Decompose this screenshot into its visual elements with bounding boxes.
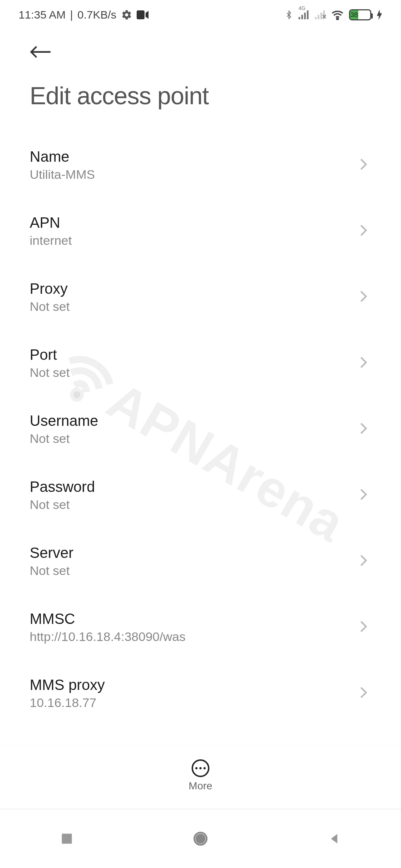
- nav-recent-button[interactable]: [30, 824, 104, 854]
- navigation-bar: [0, 809, 401, 868]
- row-value: Not set: [30, 563, 74, 578]
- row-title: Username: [30, 412, 98, 429]
- row-title: MMS proxy: [30, 677, 105, 693]
- row-title: APN: [30, 214, 72, 231]
- chevron-right-icon: [359, 620, 368, 634]
- more-label: More: [189, 780, 212, 792]
- triangle-left-icon: [328, 832, 340, 845]
- bottom-action-bar: More: [0, 746, 401, 805]
- row-title: Server: [30, 545, 74, 561]
- bluetooth-icon: [284, 9, 293, 21]
- battery-icon: 38: [349, 9, 371, 20]
- more-button[interactable]: [192, 759, 209, 777]
- chevron-right-icon: [359, 488, 368, 502]
- row-value: 10.16.18.77: [30, 696, 105, 710]
- svg-point-13: [196, 835, 205, 843]
- gear-icon: [121, 9, 132, 20]
- row-password[interactable]: Password Not set: [30, 462, 371, 528]
- svg-rect-1: [299, 17, 300, 19]
- svg-rect-11: [62, 834, 72, 844]
- status-speed: 0.7KB/s: [78, 9, 117, 21]
- svg-rect-4: [307, 10, 309, 19]
- svg-rect-0: [137, 10, 144, 19]
- row-title: MMSC: [30, 611, 186, 627]
- chevron-right-icon: [359, 422, 368, 436]
- svg-rect-2: [301, 15, 303, 19]
- row-mmsc[interactable]: MMSC http://10.16.18.4:38090/was: [30, 594, 371, 660]
- page-title: Edit access point: [30, 82, 379, 110]
- svg-rect-6: [318, 15, 320, 19]
- row-title: Name: [30, 148, 95, 165]
- chevron-right-icon: [359, 554, 368, 568]
- square-icon: [60, 832, 74, 845]
- nav-back-button[interactable]: [297, 824, 371, 854]
- row-title: Proxy: [30, 280, 70, 297]
- svg-rect-7: [320, 13, 322, 19]
- row-value: Not set: [30, 431, 98, 446]
- status-right: 4G 38: [284, 9, 382, 21]
- circle-icon: [192, 831, 209, 847]
- signal-none-icon: [315, 10, 326, 19]
- battery-percent: 38: [350, 10, 358, 19]
- status-time: 11:35 AM: [19, 9, 66, 21]
- row-value: http://10.16.18.4:38090/was: [30, 629, 186, 644]
- chevron-right-icon: [359, 158, 368, 172]
- arrow-left-icon: [30, 45, 52, 59]
- row-value: Not set: [30, 299, 70, 314]
- video-icon: [137, 10, 149, 19]
- chevron-right-icon: [359, 356, 368, 370]
- chevron-right-icon: [359, 290, 368, 304]
- row-apn[interactable]: APN internet: [30, 198, 371, 264]
- row-name[interactable]: Name Utilita-MMS: [30, 132, 371, 198]
- signal-4g-icon: 4G: [299, 10, 310, 19]
- status-separator: |: [70, 9, 73, 21]
- status-left: 11:35 AM | 0.7KB/s: [19, 9, 149, 21]
- row-value: Not set: [30, 365, 70, 380]
- row-server[interactable]: Server Not set: [30, 528, 371, 594]
- row-title: Port: [30, 346, 70, 363]
- nav-home-button[interactable]: [163, 824, 238, 854]
- svg-rect-3: [304, 13, 306, 19]
- row-proxy[interactable]: Proxy Not set: [30, 264, 371, 330]
- svg-rect-5: [315, 17, 317, 19]
- row-title: Password: [30, 479, 95, 495]
- more-dots-icon: [195, 767, 206, 769]
- network-label: 4G: [299, 5, 306, 11]
- row-mms-proxy[interactable]: MMS proxy 10.16.18.77: [30, 660, 371, 726]
- header: Edit access point: [0, 30, 401, 132]
- chevron-right-icon: [359, 224, 368, 238]
- svg-point-9: [337, 18, 338, 20]
- status-bar: 11:35 AM | 0.7KB/s 4G 38: [0, 0, 401, 30]
- charging-icon: [376, 10, 382, 20]
- chevron-right-icon: [359, 686, 368, 700]
- row-value: internet: [30, 233, 72, 248]
- row-value: Not set: [30, 497, 95, 512]
- row-port[interactable]: Port Not set: [30, 330, 371, 396]
- back-button[interactable]: [30, 41, 52, 63]
- settings-list: APNArena Name Utilita-MMS APN internet P…: [0, 132, 401, 763]
- row-value: Utilita-MMS: [30, 167, 95, 182]
- row-username[interactable]: Username Not set: [30, 396, 371, 462]
- wifi-icon: [331, 10, 344, 20]
